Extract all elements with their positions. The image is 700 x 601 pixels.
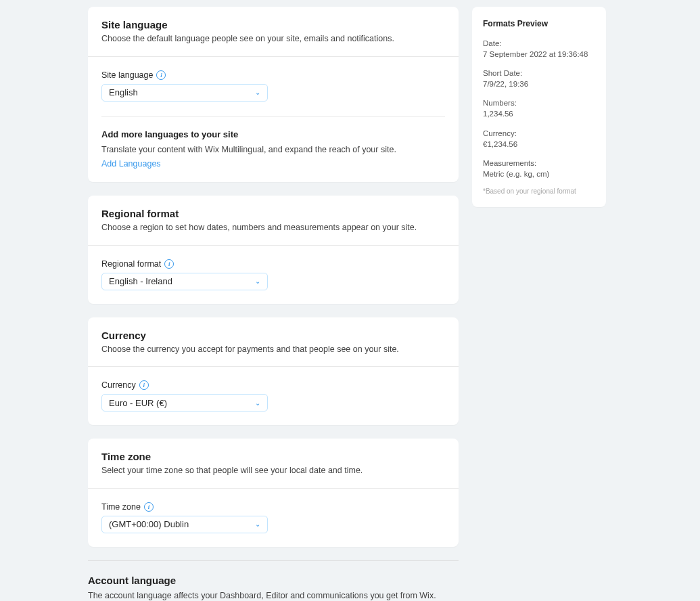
regional-format-select[interactable]: English - Ireland ⌄ <box>101 273 268 290</box>
info-icon[interactable]: i <box>139 380 149 390</box>
currency-card: Currency Choose the currency you accept … <box>88 317 459 426</box>
site-language-value: English <box>109 87 138 97</box>
preview-currency-value: €1,234.56 <box>483 139 595 150</box>
add-languages-text: Translate your content with Wix Multilin… <box>101 143 445 156</box>
regional-format-label: Regional format i <box>101 259 445 269</box>
add-languages-heading: Add more languages to your site <box>101 129 445 139</box>
preview-shortdate-label: Short Date: <box>483 68 595 79</box>
chevron-down-icon: ⌄ <box>255 520 260 528</box>
regional-format-card: Regional format Choose a region to set h… <box>88 196 459 304</box>
site-language-card: Site language Choose the default languag… <box>88 7 459 182</box>
divider <box>101 116 445 117</box>
regional-format-title: Regional format <box>101 208 445 219</box>
preview-numbers-label: Numbers: <box>483 97 595 108</box>
timezone-card: Time zone Select your time zone so that … <box>88 439 459 547</box>
divider <box>88 560 459 561</box>
preview-numbers-value: 1,234.56 <box>483 108 595 119</box>
formats-preview-title: Formats Preview <box>483 19 595 28</box>
site-language-label: Site language i <box>101 70 445 80</box>
info-icon[interactable]: i <box>164 259 174 269</box>
add-languages-link[interactable]: Add Languages <box>101 159 161 169</box>
timezone-value: (GMT+00:00) Dublin <box>109 519 189 529</box>
currency-select[interactable]: Euro - EUR (€) ⌄ <box>101 394 268 411</box>
site-language-select[interactable]: English ⌄ <box>101 84 268 102</box>
formats-preview-card: Formats Preview Date: 7 September 2022 a… <box>472 7 606 207</box>
regional-format-value: English - Ireland <box>109 276 172 286</box>
preview-measurements-value: Metric (e.g. kg, cm) <box>483 169 595 179</box>
preview-shortdate-value: 7/9/22, 19:36 <box>483 79 595 89</box>
account-language-title: Account language <box>88 575 459 586</box>
preview-footnote: *Based on your regional format <box>483 187 595 195</box>
info-icon[interactable]: i <box>144 502 154 512</box>
site-language-title: Site language <box>101 19 445 30</box>
timezone-label: Time zone i <box>101 502 445 512</box>
timezone-title: Time zone <box>101 451 445 462</box>
account-language-section: Account language The account language af… <box>88 560 459 601</box>
currency-desc: Choose the currency you accept for payme… <box>101 344 445 356</box>
preview-currency-label: Currency: <box>483 128 595 139</box>
site-language-desc: Choose the default language people see o… <box>101 33 445 45</box>
preview-date-label: Date: <box>483 38 595 49</box>
account-language-desc: The account language affects your Dashbo… <box>88 590 459 601</box>
currency-value: Euro - EUR (€) <box>109 398 167 408</box>
currency-label: Currency i <box>101 380 445 390</box>
preview-measurements-label: Measurements: <box>483 158 595 169</box>
timezone-desc: Select your time zone so that people wil… <box>101 465 445 477</box>
chevron-down-icon: ⌄ <box>255 277 260 285</box>
preview-date-value: 7 September 2022 at 19:36:48 <box>483 49 595 60</box>
chevron-down-icon: ⌄ <box>255 89 260 96</box>
currency-title: Currency <box>101 330 445 341</box>
chevron-down-icon: ⌄ <box>255 399 260 407</box>
timezone-select[interactable]: (GMT+00:00) Dublin ⌄ <box>101 516 268 533</box>
info-icon[interactable]: i <box>156 70 166 80</box>
regional-format-desc: Choose a region to set how dates, number… <box>101 222 445 234</box>
